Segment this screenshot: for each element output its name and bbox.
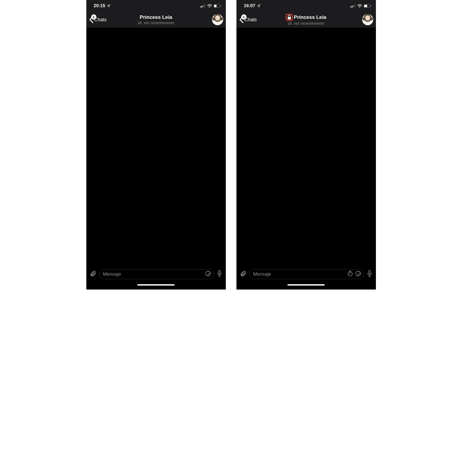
status-right <box>200 4 221 8</box>
avatar[interactable] <box>362 14 373 25</box>
self-destruct-timer-icon[interactable] <box>347 270 353 278</box>
svg-rect-11 <box>353 5 354 7</box>
svg-rect-0 <box>200 6 201 7</box>
svg-rect-3 <box>204 4 205 7</box>
svg-rect-16 <box>288 17 291 19</box>
chat-nav-bar: 1 Chats Princess Leia últ. vez recientem… <box>86 12 226 28</box>
contact-name: Princess Leia <box>294 14 327 20</box>
message-input[interactable]: Mensaje <box>249 269 364 279</box>
svg-rect-19 <box>369 270 370 274</box>
phone-screen-left: 20:15 1 Chats Princess Leia <box>86 0 226 290</box>
home-indicator-area <box>86 282 226 290</box>
svg-rect-5 <box>214 5 217 7</box>
microphone-icon[interactable] <box>216 270 223 278</box>
home-indicator-area <box>236 282 376 290</box>
chat-body[interactable] <box>86 28 226 266</box>
cellular-signal-icon <box>200 4 206 7</box>
status-bar: 20:15 <box>86 0 226 12</box>
message-placeholder: Mensaje <box>103 271 203 277</box>
svg-rect-1 <box>202 6 202 7</box>
chat-body[interactable] <box>236 28 376 266</box>
lock-icon <box>287 15 291 20</box>
back-button[interactable]: 1 Chats <box>89 16 116 23</box>
svg-rect-15 <box>371 5 371 7</box>
status-bar: 16:07 <box>236 0 376 12</box>
battery-icon <box>214 4 221 8</box>
microphone-icon[interactable] <box>366 270 373 278</box>
back-button[interactable]: 1 Chats <box>239 16 266 23</box>
battery-icon <box>364 4 371 8</box>
clock-time: 16:07 <box>244 3 255 8</box>
status-right <box>350 4 371 8</box>
attach-icon[interactable] <box>90 270 96 278</box>
status-left: 16:07 <box>244 3 261 8</box>
svg-rect-9 <box>350 6 351 7</box>
wifi-icon <box>357 4 362 8</box>
contact-name: Princess Leia <box>140 14 172 20</box>
svg-rect-8 <box>219 270 220 274</box>
clock-time: 20:15 <box>94 3 105 8</box>
chat-nav-bar: 1 Chats Princess Leia últ. vez recientem… <box>236 12 376 28</box>
message-input-bar: Mensaje <box>236 266 376 282</box>
secret-chat-lock-highlight <box>286 14 293 21</box>
status-left: 20:15 <box>94 3 111 8</box>
svg-rect-14 <box>364 5 367 7</box>
message-input-bar: Mensaje <box>86 266 226 282</box>
unread-badge: 1 <box>91 14 96 20</box>
location-icon <box>257 4 261 8</box>
message-input[interactable]: Mensaje <box>99 269 214 279</box>
svg-rect-12 <box>354 4 355 7</box>
location-icon <box>107 4 111 8</box>
sticker-icon[interactable] <box>355 270 361 278</box>
unread-badge: 1 <box>241 14 247 20</box>
avatar[interactable] <box>212 14 223 25</box>
home-indicator[interactable] <box>137 284 175 286</box>
wifi-icon <box>207 4 212 8</box>
svg-rect-2 <box>203 5 204 7</box>
attach-icon[interactable] <box>240 270 247 278</box>
sticker-icon[interactable] <box>205 270 211 278</box>
svg-rect-6 <box>221 5 221 7</box>
phone-screen-right: 16:07 1 Chats <box>236 0 376 290</box>
cellular-signal-icon <box>350 4 356 7</box>
home-indicator[interactable] <box>287 284 325 286</box>
svg-rect-10 <box>352 6 353 7</box>
message-placeholder: Mensaje <box>253 271 345 277</box>
